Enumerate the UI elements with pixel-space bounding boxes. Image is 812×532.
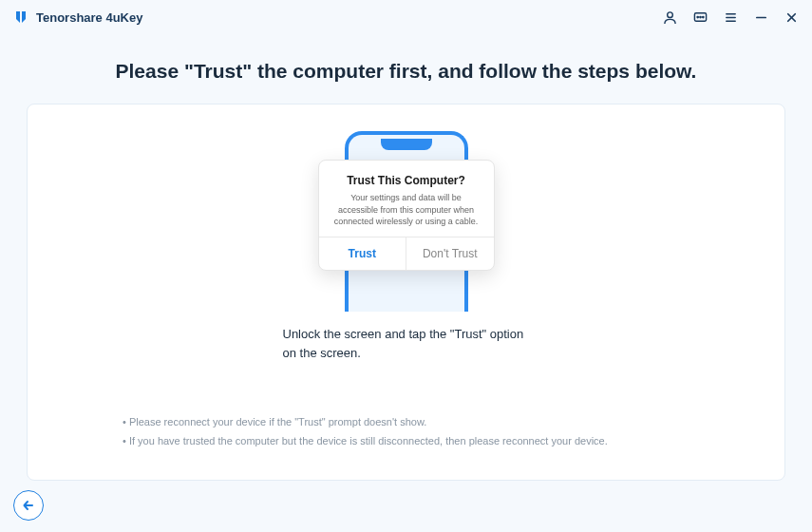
tip-item: If you have trusted the computer but the… xyxy=(123,432,689,451)
arrow-left-icon xyxy=(21,498,36,513)
titlebar: Tenorshare 4uKey xyxy=(0,0,812,34)
minimize-icon[interactable] xyxy=(753,10,768,25)
trust-dialog-header: Trust This Computer? Your settings and d… xyxy=(319,161,494,237)
trust-dialog-title: Trust This Computer? xyxy=(330,174,482,187)
back-button[interactable] xyxy=(13,490,44,521)
svg-point-4 xyxy=(702,16,703,17)
menu-icon[interactable] xyxy=(723,10,738,25)
instruction-card: Trust This Computer? Your settings and d… xyxy=(27,104,785,481)
svg-point-2 xyxy=(697,16,698,17)
feedback-icon[interactable] xyxy=(692,10,708,25)
phone-notch xyxy=(381,139,432,150)
trust-dialog: Trust This Computer? Your settings and d… xyxy=(318,160,495,270)
trust-dialog-buttons: Trust Don't Trust xyxy=(319,238,494,270)
app-logo-icon xyxy=(13,10,28,25)
close-icon[interactable] xyxy=(784,10,799,25)
app-title: Tenorshare 4uKey xyxy=(36,10,142,25)
instruction-text: Unlock the screen and tap the "Trust" op… xyxy=(283,325,530,362)
titlebar-right xyxy=(662,10,799,25)
user-icon[interactable] xyxy=(662,10,677,25)
phone-illustration: Trust This Computer? Your settings and d… xyxy=(340,131,473,302)
dont-trust-button[interactable]: Don't Trust xyxy=(406,238,494,270)
svg-point-0 xyxy=(667,11,672,17)
tip-item: Please reconnect your device if the "Tru… xyxy=(123,413,689,432)
page-heading: Please "Trust" the computer first, and f… xyxy=(0,57,812,85)
svg-point-3 xyxy=(699,16,700,17)
tips-list: Please reconnect your device if the "Tru… xyxy=(123,413,689,451)
trust-button[interactable]: Trust xyxy=(319,238,407,270)
trust-dialog-body: Your settings and data will be accessibl… xyxy=(330,192,482,226)
titlebar-left: Tenorshare 4uKey xyxy=(13,10,142,25)
